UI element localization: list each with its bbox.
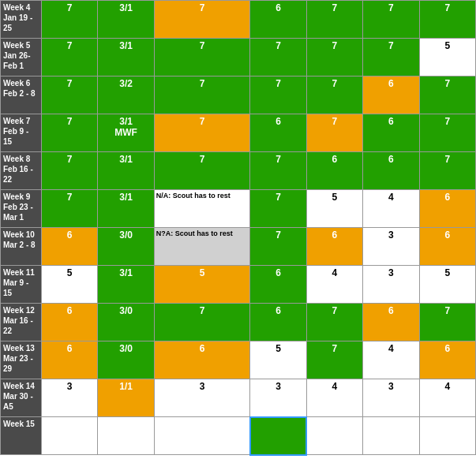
week-label-6: Week 10 Mar 2 - 8 xyxy=(1,228,42,266)
cell-r5-c4: 5 xyxy=(306,190,362,228)
cell-r0-c1: 3/1 xyxy=(98,1,154,39)
cell-r11-c1 xyxy=(98,417,154,455)
cell-r4-c3: 7 xyxy=(250,152,306,190)
cell-r10-c3: 3 xyxy=(250,379,306,417)
cell-r10-c5: 3 xyxy=(363,379,419,417)
cell-r9-c6: 6 xyxy=(419,341,475,379)
cell-r8-c2: 7 xyxy=(154,304,249,341)
cell-r2-c5: 6 xyxy=(363,76,419,114)
week-label-0: Week 4 Jan 19 - 25 xyxy=(1,1,42,39)
week-label-9: Week 13 Mar 23 - 29 xyxy=(1,341,42,379)
cell-r0-c3: 6 xyxy=(250,1,306,39)
cell-r0-c5: 7 xyxy=(363,1,419,39)
cell-r3-c0: 7 xyxy=(42,114,98,152)
cell-r5-c1: 3/1 xyxy=(98,190,154,228)
cell-r10-c6: 4 xyxy=(419,379,475,417)
cell-r4-c1: 3/1 xyxy=(98,152,154,190)
cell-r11-c2 xyxy=(154,417,249,455)
cell-r8-c0: 6 xyxy=(42,304,98,341)
cell-r1-c5: 7 xyxy=(363,39,419,76)
cell-r2-c1: 3/2 xyxy=(98,76,154,114)
cell-r10-c2: 3 xyxy=(154,379,249,417)
week-label-8: Week 12 Mar 16 - 22 xyxy=(1,304,42,341)
cell-r8-c3: 6 xyxy=(250,304,306,341)
cell-r9-c4: 7 xyxy=(306,341,362,379)
cell-r3-c6: 7 xyxy=(419,114,475,152)
cell-r10-c4: 4 xyxy=(306,379,362,417)
cell-r2-c4: 7 xyxy=(306,76,362,114)
cell-r0-c2: 7 xyxy=(154,1,249,39)
cell-r11-c6 xyxy=(419,417,475,455)
cell-r3-c3: 6 xyxy=(250,114,306,152)
cell-r2-c2: 7 xyxy=(154,76,249,114)
cell-r3-c2: 7 xyxy=(154,114,249,152)
cell-r6-c2: N?A: Scout has to rest xyxy=(154,228,249,266)
cell-r7-c3: 6 xyxy=(250,266,306,304)
cell-r5-c2: N/A: Scout has to rest xyxy=(154,190,249,228)
cell-r9-c3: 5 xyxy=(250,341,306,379)
cell-r10-c1: 1/1 xyxy=(98,379,154,417)
cell-r6-c4: 6 xyxy=(306,228,362,266)
cell-r7-c4: 4 xyxy=(306,266,362,304)
cell-r6-c1: 3/0 xyxy=(98,228,154,266)
cell-r7-c5: 3 xyxy=(363,266,419,304)
week-label-4: Week 8 Feb 16 - 22 xyxy=(1,152,42,190)
cell-r4-c5: 6 xyxy=(363,152,419,190)
cell-r1-c1: 3/1 xyxy=(98,39,154,76)
cell-r4-c0: 7 xyxy=(42,152,98,190)
schedule-table: Week 4 Jan 19 - 2573/176777Week 5 Jan 26… xyxy=(0,0,476,456)
cell-r8-c6: 7 xyxy=(419,304,475,341)
cell-r1-c4: 7 xyxy=(306,39,362,76)
cell-r9-c1: 3/0 xyxy=(98,341,154,379)
cell-r7-c1: 3/1 xyxy=(98,266,154,304)
cell-r2-c0: 7 xyxy=(42,76,98,114)
cell-r10-c0: 3 xyxy=(42,379,98,417)
week-label-10: Week 14 Mar 30 - A5 xyxy=(1,379,42,417)
cell-r8-c4: 7 xyxy=(306,304,362,341)
cell-r7-c2: 5 xyxy=(154,266,249,304)
week-label-5: Week 9 Feb 23 - Mar 1 xyxy=(1,190,42,228)
cell-r3-c5: 6 xyxy=(363,114,419,152)
cell-r5-c3: 7 xyxy=(250,190,306,228)
cell-r11-c0 xyxy=(42,417,98,455)
cell-r0-c6: 7 xyxy=(419,1,475,39)
cell-r1-c6: 5 xyxy=(419,39,475,76)
cell-r4-c6: 7 xyxy=(419,152,475,190)
cell-r4-c4: 6 xyxy=(306,152,362,190)
cell-r6-c6: 6 xyxy=(419,228,475,266)
cell-r5-c6: 6 xyxy=(419,190,475,228)
cell-r0-c4: 7 xyxy=(306,1,362,39)
week-label-3: Week 7 Feb 9 - 15 xyxy=(1,114,42,152)
week-label-7: Week 11 Mar 9 - 15 xyxy=(1,266,42,304)
cell-r5-c5: 4 xyxy=(363,190,419,228)
cell-r9-c5: 4 xyxy=(363,341,419,379)
cell-r11-c3 xyxy=(250,417,306,455)
cell-r1-c3: 7 xyxy=(250,39,306,76)
cell-r8-c1: 3/0 xyxy=(98,304,154,341)
cell-r5-c0: 7 xyxy=(42,190,98,228)
cell-r9-c2: 6 xyxy=(154,341,249,379)
cell-r11-c5 xyxy=(363,417,419,455)
cell-r2-c3: 7 xyxy=(250,76,306,114)
cell-r2-c6: 7 xyxy=(419,76,475,114)
cell-r7-c6: 5 xyxy=(419,266,475,304)
cell-r1-c2: 7 xyxy=(154,39,249,76)
cell-r6-c5: 3 xyxy=(363,228,419,266)
cell-r1-c0: 7 xyxy=(42,39,98,76)
week-label-11: Week 15 xyxy=(1,417,42,455)
cell-r3-c1: 3/1 MWF xyxy=(98,114,154,152)
week-label-1: Week 5 Jan 26- Feb 1 xyxy=(1,39,42,76)
cell-r11-c4 xyxy=(306,417,362,455)
week-label-2: Week 6 Feb 2 - 8 xyxy=(1,76,42,114)
cell-r0-c0: 7 xyxy=(42,1,98,39)
cell-r6-c0: 6 xyxy=(42,228,98,266)
cell-r8-c5: 6 xyxy=(363,304,419,341)
cell-r7-c0: 5 xyxy=(42,266,98,304)
cell-r9-c0: 6 xyxy=(42,341,98,379)
cell-r4-c2: 7 xyxy=(154,152,249,190)
cell-r6-c3: 7 xyxy=(250,228,306,266)
cell-r3-c4: 7 xyxy=(306,114,362,152)
